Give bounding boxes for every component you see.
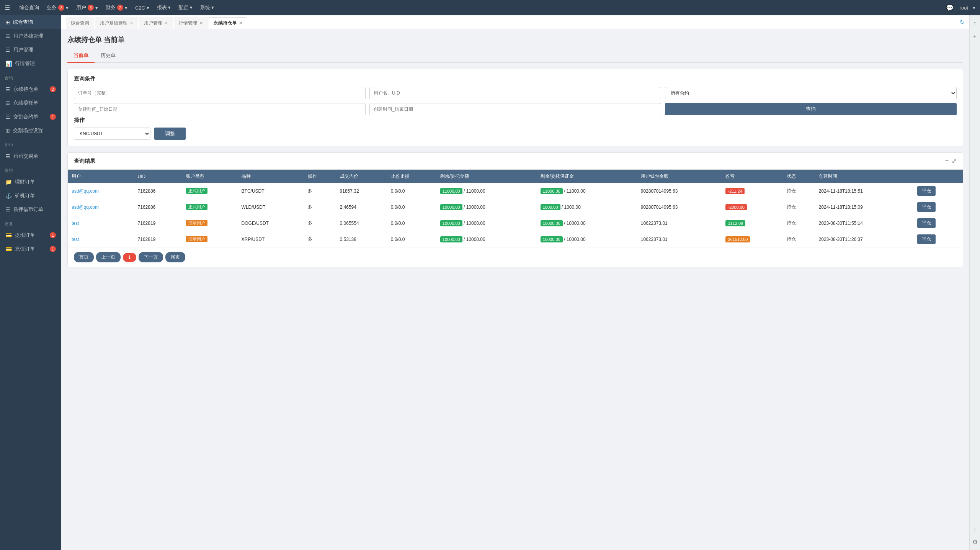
query-button[interactable]: 查询 xyxy=(665,103,957,115)
username-uid-input[interactable] xyxy=(369,87,661,99)
nav-item-system[interactable]: 系统 ▾ xyxy=(197,3,217,13)
expand-icon[interactable]: ⤢ xyxy=(952,157,957,165)
finance-order-icon: 📁 xyxy=(5,179,12,185)
cell-action-0: 平仓 xyxy=(913,183,963,199)
tab-dashboard-label: 综合查询 xyxy=(71,20,89,26)
sidebar-item-deposit-order[interactable]: 💳 充值订单 1 xyxy=(0,242,61,256)
pagination-current[interactable]: 1 xyxy=(123,253,136,262)
user-dropdown-icon[interactable]: ▾ xyxy=(973,5,975,11)
sidebar-section-contract: 合约 xyxy=(0,70,61,82)
remain-margin-badge-3: 10000.00 xyxy=(541,236,563,242)
user-link-1[interactable]: asd@qq.com xyxy=(72,205,99,210)
cell-remain-margin-3: 10000.00 / 10000.00 xyxy=(537,231,637,247)
user-basic-icon: ☰ xyxy=(5,33,10,39)
nav-item-user[interactable]: 用户 3 ▾ xyxy=(73,3,101,13)
end-date-input[interactable] xyxy=(369,103,661,115)
sidebar-label-perpetual-entrust: 永续委托单 xyxy=(13,100,38,106)
dashboard-icon: ⊞ xyxy=(5,19,10,25)
right-sidebar-up-icon[interactable]: ↑ xyxy=(972,18,978,28)
tab-perpetual-order-label: 永续持仓单 xyxy=(214,20,237,26)
message-icon[interactable]: 💬 xyxy=(944,3,955,13)
pagination-prev[interactable]: 上一页 xyxy=(96,252,121,262)
sub-tab-history[interactable]: 历史单 xyxy=(95,49,122,63)
sidebar: ⊞ 综合查询 ☰ 用户基础管理 ☰ 用户管理 📊 行情管理 合约 ☰ 永续持仓单… xyxy=(0,15,61,550)
order-no-input[interactable] xyxy=(74,87,366,99)
minimize-icon[interactable]: − xyxy=(945,157,949,165)
col-remain-amount: 剩余/委托金额 xyxy=(436,170,537,183)
pagination-last[interactable]: 尾页 xyxy=(165,252,185,262)
right-sidebar-down-icon[interactable]: ↓ xyxy=(972,524,978,534)
close-pos-button-3[interactable]: 平仓 xyxy=(917,234,936,244)
user-link-0[interactable]: asd@qq.com xyxy=(72,188,99,194)
query-form-grid-2: 查询 xyxy=(74,103,957,115)
user-link-3[interactable]: test xyxy=(72,237,79,242)
cell-pnl-2: 3112.09 xyxy=(722,215,783,231)
sidebar-item-perpetual-entrust[interactable]: ☰ 永续委托单 xyxy=(0,96,61,110)
sidebar-item-coin-trade[interactable]: ☰ 币币交易单 xyxy=(0,149,61,163)
tab-perpetual-order[interactable]: 永续持仓单 ✕ xyxy=(209,17,247,29)
sidebar-item-dashboard[interactable]: ⊞ 综合查询 xyxy=(0,15,61,29)
sidebar-item-user-mgmt[interactable]: ☰ 用户管理 xyxy=(0,43,61,57)
nav-item-c2c[interactable]: C2C ▾ xyxy=(132,3,152,12)
tab-refresh-icon[interactable]: ↻ xyxy=(960,18,965,26)
sidebar-item-pledge-order[interactable]: ☰ 质押借币订单 xyxy=(0,203,61,216)
adjust-button[interactable]: 调整 xyxy=(154,128,186,140)
cell-uid-2: 7162819 xyxy=(134,215,183,231)
cell-symbol-1: WLD/USDT xyxy=(238,199,304,215)
nav-item-business[interactable]: 业务 3 ▾ xyxy=(44,3,72,13)
nav-item-report[interactable]: 报表 ▾ xyxy=(154,3,174,13)
tab-user-mgmt[interactable]: 用户管理 ✕ xyxy=(139,17,173,29)
contract-select[interactable]: 所有合约 BTC/USDT WLD/USDT DOGE/USDT XRP/USD… xyxy=(665,87,957,99)
sidebar-item-perpetual-order[interactable]: ☰ 永续持仓单 2 xyxy=(0,82,61,96)
remain-margin-badge-0: 11000.00 xyxy=(541,188,563,194)
tab-user-basic-label: 用户基础管理 xyxy=(100,20,127,26)
nav-item-finance[interactable]: 财务 2 ▾ xyxy=(103,3,131,13)
tab-perpetual-order-close[interactable]: ✕ xyxy=(239,21,242,26)
delivery-risk-icon: ⊞ xyxy=(5,128,10,134)
cell-avg-price-0: 91857.32 xyxy=(336,183,387,199)
tab-user-basic-close[interactable]: ✕ xyxy=(130,21,133,26)
cell-account-type-2: 演示用户 xyxy=(182,215,237,231)
close-pos-button-2[interactable]: 平仓 xyxy=(917,218,936,228)
tab-user-mgmt-close[interactable]: ✕ xyxy=(165,21,168,26)
close-pos-button-1[interactable]: 平仓 xyxy=(917,202,936,212)
operation-select[interactable]: KNC/USDT BTC/USDT WLD/USDT DOGE/USDT XRP… xyxy=(74,128,150,140)
cell-status-1: 持仓 xyxy=(783,199,815,215)
sidebar-item-user-basic[interactable]: ☰ 用户基础管理 xyxy=(0,29,61,43)
sidebar-item-delivery-risk[interactable]: ⊞ 交割场控设置 xyxy=(0,124,61,138)
tab-dashboard[interactable]: 综合查询 xyxy=(66,17,94,29)
sidebar-label-perpetual-order: 永续持仓单 xyxy=(13,86,38,93)
col-avg-price: 成交均价 xyxy=(336,170,387,183)
nav-item-dashboard[interactable]: 综合查询 xyxy=(16,3,42,13)
sidebar-item-market-mgmt[interactable]: 📊 行情管理 xyxy=(0,57,61,70)
right-sidebar-plus-icon[interactable]: + xyxy=(972,31,978,41)
cell-status-0: 持仓 xyxy=(783,183,815,199)
tab-user-basic[interactable]: 用户基础管理 ✕ xyxy=(95,17,138,29)
pnl-badge-1: -2800.00 xyxy=(725,204,746,210)
cell-status-2: 持仓 xyxy=(783,215,815,231)
cell-action-2: 平仓 xyxy=(913,215,963,231)
sidebar-item-withdraw-order[interactable]: 💳 提现订单 1 xyxy=(0,228,61,242)
nav-item-config[interactable]: 配置 ▾ xyxy=(175,3,196,13)
tab-market-mgmt[interactable]: 行情管理 ✕ xyxy=(174,17,208,29)
sub-tab-current[interactable]: 当前单 xyxy=(67,49,95,63)
right-sidebar-settings-icon[interactable]: ⚙ xyxy=(971,537,979,547)
sidebar-section-finance: 财务 xyxy=(0,216,61,228)
user-label[interactable]: root xyxy=(960,5,968,11)
close-pos-button-0[interactable]: 平仓 xyxy=(917,186,936,196)
pagination-first[interactable]: 首页 xyxy=(74,252,94,262)
cell-tpsl-1: 0.0/0.0 xyxy=(387,199,436,215)
cell-user-0: asd@qq.com xyxy=(68,183,134,199)
table-header-row: 用户 UID 账户类型 品种 操作 成交均价 止盈止损 剩余/委托金额 剩余/委… xyxy=(68,170,963,183)
sidebar-item-mining-order[interactable]: ⚓ 矿机订单 xyxy=(0,189,61,203)
start-date-input[interactable] xyxy=(74,103,366,115)
tab-market-mgmt-close[interactable]: ✕ xyxy=(199,21,203,26)
user-link-2[interactable]: test xyxy=(72,221,79,226)
tab-market-mgmt-label: 行情管理 xyxy=(179,20,197,26)
sidebar-item-finance-order[interactable]: 📁 理财订单 xyxy=(0,175,61,189)
pagination-next[interactable]: 下一页 xyxy=(139,252,163,262)
sidebar-section-coin: 币币 xyxy=(0,138,61,149)
hamburger-icon[interactable]: ☰ xyxy=(5,4,10,11)
cell-uid-0: 7162886 xyxy=(134,183,183,199)
sidebar-item-delivery-contract[interactable]: ☰ 交割合约单 1 xyxy=(0,110,61,124)
